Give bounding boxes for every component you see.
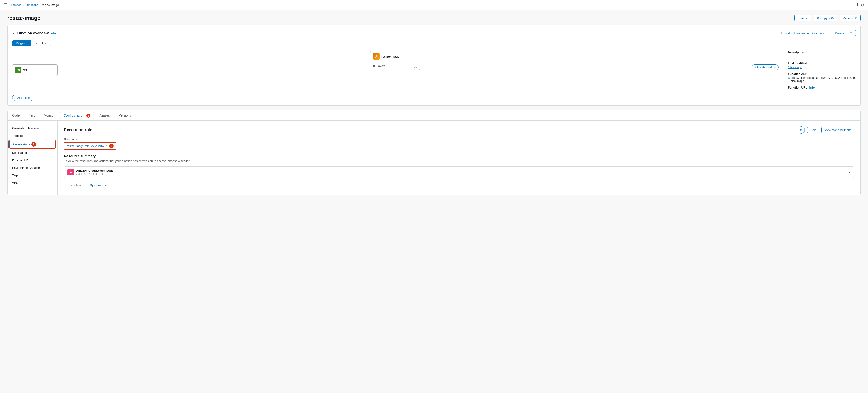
info-panel: Description - Last modified 1 hour ago F…	[783, 51, 856, 101]
service-left: ☁ Amazon CloudWatch Logs 3 actions, 2 re…	[67, 169, 114, 175]
add-destination-button[interactable]: + Add destination	[752, 64, 778, 70]
export-composer-button[interactable]: Export to Infrastructure Composer	[778, 30, 829, 36]
layers-count: (0)	[414, 64, 417, 68]
res-tab-by-action[interactable]: By action	[64, 182, 85, 189]
page-title-row: resize-image Throttle ⧉ Copy ARN Actions…	[7, 14, 861, 22]
template-tab[interactable]: Template	[31, 40, 51, 46]
tab-versions[interactable]: Versions	[114, 111, 136, 121]
sidebar-item-triggers[interactable]: Triggers	[7, 132, 57, 139]
breadcrumb-functions[interactable]: Functions	[25, 3, 38, 7]
resource-tabs: By action By resource	[64, 182, 854, 189]
tab-test[interactable]: Test	[24, 111, 39, 121]
add-trigger-button[interactable]: + Add trigger	[12, 95, 33, 101]
settings-icon[interactable]: ⊙	[861, 2, 864, 7]
sidebar-item-general[interactable]: General configuration	[7, 125, 57, 132]
last-modified-link[interactable]: 1 hour ago	[788, 66, 802, 69]
resource-summary: Resource summary To view the resources a…	[64, 154, 854, 189]
s3-trigger-box[interactable]: S3 S3	[12, 64, 58, 76]
description-section: Description -	[788, 51, 856, 58]
view-role-document-button[interactable]: View role document	[821, 127, 854, 133]
diagram-tab[interactable]: Diagram	[12, 40, 31, 46]
sidebar-item-permissions[interactable]: Permissions 2	[9, 140, 56, 149]
config-tab-badge: 1	[86, 113, 90, 118]
description-value: -	[788, 55, 856, 58]
overview-info-link[interactable]: Info	[50, 31, 56, 35]
permissions-badge: 2	[31, 142, 36, 146]
resource-summary-desc: To view the resources and actions that y…	[64, 159, 854, 163]
external-link-icon: ↗	[105, 144, 107, 148]
copy-icon: ⧉	[817, 16, 819, 20]
tab-code[interactable]: Code	[7, 111, 24, 121]
breadcrumb-current: resize-image	[42, 3, 59, 7]
res-tab-by-resource[interactable]: By resource	[85, 182, 111, 189]
actions-button[interactable]: Actions ▼	[840, 14, 861, 22]
nav-right: ℹ ⊙	[857, 2, 864, 7]
config-layout: General configuration Triggers Permissio…	[7, 121, 861, 195]
edit-button[interactable]: Edit	[807, 127, 819, 133]
role-badge: 3	[109, 143, 114, 148]
main-panel: Execution role ↺ Edit View role document…	[58, 121, 861, 195]
layers-icon: ≡	[373, 64, 375, 68]
execution-role-title: Execution role	[64, 128, 92, 132]
func-box-header: λ resize-image	[370, 51, 420, 62]
arn-row: ⧉ arn:aws:lambda:us-east-1:017820706022:…	[788, 76, 856, 83]
service-info: Amazon CloudWatch Logs 3 actions, 2 reso…	[76, 169, 114, 175]
sidebar-item-env-vars[interactable]: Environment variables	[7, 164, 57, 172]
section-actions: ↺ Edit View role document	[798, 126, 854, 134]
lambda-icon: λ	[373, 53, 379, 60]
arn-value: arn:aws:lambda:us-east-1:017820706022:fu…	[791, 76, 856, 83]
s3-label: S3	[23, 68, 27, 72]
service-dropdown[interactable]: ☁ Amazon CloudWatch Logs 3 actions, 2 re…	[64, 166, 854, 178]
arn-copy-icon[interactable]: ⧉	[788, 76, 790, 80]
card-header: ▼ Function overview Info Export to Infra…	[12, 30, 856, 36]
overview-title: Function overview	[17, 31, 49, 35]
page-title: resize-image	[7, 15, 40, 21]
top-nav: ☰ Lambda › Functions › resize-image ℹ ⊙	[0, 0, 868, 10]
download-button[interactable]: Download ▼	[832, 30, 856, 36]
breadcrumb-lambda[interactable]: Lambda	[11, 3, 22, 7]
service-sub: 3 actions, 2 resources	[76, 172, 114, 175]
card-title-left: ▼ Function overview Info	[12, 31, 56, 35]
refresh-button[interactable]: ↺	[798, 126, 805, 134]
breadcrumb-sep-1: ›	[23, 3, 24, 7]
function-arn-section: Function ARN ⧉ arn:aws:lambda:us-east-1:…	[788, 72, 856, 83]
diagram-area: S3 S3 λ resize-image ≡	[12, 51, 778, 101]
title-actions: Throttle ⧉ Copy ARN Actions ▼	[795, 14, 861, 22]
description-label: Description	[788, 51, 856, 54]
hamburger-icon[interactable]: ☰	[4, 2, 7, 7]
function-arn-label: Function ARN	[788, 72, 856, 75]
info-icon[interactable]: ℹ	[857, 2, 858, 7]
role-name-box[interactable]: resize-image-role-xo5e3sdw ↗ 3	[64, 142, 116, 150]
sidebar-item-vpc[interactable]: VPC	[7, 179, 57, 187]
collapse-icon[interactable]: ▼	[12, 32, 15, 35]
tab-configuration[interactable]: Configuration 1	[60, 112, 94, 119]
service-name: Amazon CloudWatch Logs	[76, 169, 114, 172]
actions-chevron-icon: ▼	[854, 17, 857, 20]
sidebar-item-destinations[interactable]: Destinations	[7, 149, 57, 157]
layers-left: ≡ Layers	[373, 64, 385, 68]
resource-summary-title: Resource summary	[64, 154, 854, 158]
function-url-value: -	[788, 90, 856, 93]
main-tabs: Code Test Monitor Configuration 1 Aliase…	[7, 110, 861, 121]
func-name: resize-image	[381, 55, 399, 58]
s3-icon: S3	[15, 67, 22, 73]
tab-monitor[interactable]: Monitor	[39, 111, 59, 121]
diagram-canvas: S3 S3 λ resize-image ≡	[12, 51, 778, 101]
copy-arn-button[interactable]: ⧉ Copy ARN	[813, 14, 838, 22]
layers-row: ≡ Layers (0)	[370, 62, 420, 70]
function-url-section: Function URL Info -	[788, 86, 856, 93]
sidebar-nav: General configuration Triggers Permissio…	[7, 121, 58, 195]
function-overview-card: ▼ Function overview Info Export to Infra…	[7, 25, 861, 106]
function-url-info-link[interactable]: Info	[809, 86, 815, 89]
sidebar-item-tags[interactable]: Tags	[7, 172, 57, 179]
nav-left: ☰ Lambda › Functions › resize-image	[4, 2, 59, 7]
sidebar-active-bar	[10, 140, 10, 148]
sidebar-item-function-url[interactable]: Function URL	[7, 157, 57, 164]
function-box[interactable]: λ resize-image ≡ Layers (0)	[370, 51, 420, 70]
connector-line	[58, 68, 71, 68]
function-url-label: Function URL Info	[788, 86, 856, 89]
throttle-button[interactable]: Throttle	[795, 14, 811, 22]
cloudwatch-icon: ☁	[67, 169, 74, 175]
role-name-label: Role name	[64, 138, 854, 141]
tab-aliases[interactable]: Aliases	[95, 111, 114, 121]
